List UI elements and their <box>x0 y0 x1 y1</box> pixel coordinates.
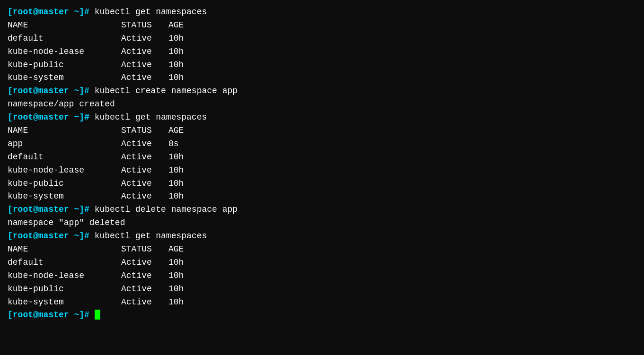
col-header-status: STATUS <box>121 19 168 32</box>
terminal-line: kube-publicActive10h <box>8 177 636 190</box>
terminal-line: kube-publicActive10h <box>8 283 636 296</box>
row-name: kube-public <box>8 59 121 72</box>
command-text: kubectl create namespace app <box>89 86 238 95</box>
output-text: namespace/app created <box>8 99 115 109</box>
row-age: 10h <box>168 71 184 85</box>
row-name: kube-public <box>8 283 121 296</box>
col-header-name: NAME <box>8 124 121 138</box>
row-status: Active <box>121 32 168 45</box>
col-header-age: AGE <box>168 124 184 138</box>
terminal-line: kube-node-leaseActive10h <box>8 45 636 59</box>
row-status: Active <box>121 59 168 72</box>
prompt-text: [root@master ~]# <box>8 86 89 95</box>
command-text: kubectl delete namespace app <box>89 205 238 214</box>
row-age: 10h <box>168 190 184 203</box>
row-status: Active <box>121 138 168 151</box>
terminal-line: [root@master ~]# kubectl create namespac… <box>8 85 636 98</box>
row-age: 10h <box>168 296 184 309</box>
terminal-line: namespace "app" deleted <box>8 216 636 230</box>
row-name: default <box>8 151 121 164</box>
row-name: app <box>8 138 121 151</box>
prompt-text: [root@master ~]# <box>8 7 89 17</box>
terminal-line: [root@master ~]# kubectl delete namespac… <box>8 203 636 216</box>
terminal-line: NAMESTATUSAGE <box>8 124 636 138</box>
row-name: kube-node-lease <box>8 164 121 177</box>
row-age: 10h <box>168 45 184 59</box>
row-age: 10h <box>168 32 184 45</box>
col-header-name: NAME <box>8 243 121 256</box>
terminal-line: NAMESTATUSAGE <box>8 19 636 32</box>
row-status: Active <box>121 71 168 85</box>
terminal-line: kube-publicActive10h <box>8 59 636 72</box>
col-header-name: NAME <box>8 19 121 32</box>
row-status: Active <box>121 269 168 283</box>
command-text: kubectl get namespaces <box>89 113 207 122</box>
row-status: Active <box>121 296 168 309</box>
row-name: kube-system <box>8 296 121 309</box>
row-status: Active <box>121 256 168 269</box>
row-age: 10h <box>168 164 184 177</box>
row-age: 8s <box>168 138 179 151</box>
terminal-line: defaultActive10h <box>8 32 636 45</box>
row-age: 10h <box>168 151 184 164</box>
prompt-text: [root@master ~]# <box>8 205 89 214</box>
row-status: Active <box>121 177 168 190</box>
terminal-line: namespace/app created <box>8 98 636 111</box>
terminal-line: NAMESTATUSAGE <box>8 243 636 256</box>
terminal-line: appActive8s <box>8 138 636 151</box>
command-text: kubectl get namespaces <box>89 7 207 17</box>
row-name: kube-system <box>8 190 121 203</box>
row-name: kube-system <box>8 71 121 85</box>
terminal-line: [root@master ~]# <box>8 309 636 322</box>
row-status: Active <box>121 190 168 203</box>
terminal-window: [root@master ~]# kubectl get namespacesN… <box>0 0 644 355</box>
command-text <box>89 310 95 320</box>
row-name: default <box>8 32 121 45</box>
row-age: 10h <box>168 269 184 283</box>
terminal-line: kube-node-leaseActive10h <box>8 164 636 177</box>
row-status: Active <box>121 45 168 59</box>
terminal-line: kube-systemActive10h <box>8 296 636 309</box>
row-age: 10h <box>168 256 184 269</box>
cursor-blink <box>95 310 100 320</box>
col-header-status: STATUS <box>121 243 168 256</box>
terminal-line: defaultActive10h <box>8 256 636 269</box>
command-text: kubectl get namespaces <box>89 231 207 241</box>
row-status: Active <box>121 283 168 296</box>
prompt-text: [root@master ~]# <box>8 231 89 241</box>
col-header-status: STATUS <box>121 124 168 138</box>
prompt-text: [root@master ~]# <box>8 113 89 122</box>
terminal-line: [root@master ~]# kubectl get namespaces <box>8 6 636 19</box>
row-name: default <box>8 256 121 269</box>
output-text: namespace "app" deleted <box>8 218 125 227</box>
col-header-age: AGE <box>168 243 184 256</box>
terminal-line: kube-node-leaseActive10h <box>8 269 636 283</box>
terminal-line: [root@master ~]# kubectl get namespaces <box>8 230 636 243</box>
row-name: kube-node-lease <box>8 269 121 283</box>
row-age: 10h <box>168 59 184 72</box>
col-header-age: AGE <box>168 19 184 32</box>
terminal-line: kube-systemActive10h <box>8 71 636 85</box>
prompt-text: [root@master ~]# <box>8 310 89 320</box>
row-status: Active <box>121 164 168 177</box>
terminal-line: kube-systemActive10h <box>8 190 636 203</box>
row-age: 10h <box>168 177 184 190</box>
terminal-line: defaultActive10h <box>8 151 636 164</box>
terminal-line: [root@master ~]# kubectl get namespaces <box>8 111 636 124</box>
row-name: kube-node-lease <box>8 45 121 59</box>
row-name: kube-public <box>8 177 121 190</box>
row-age: 10h <box>168 283 184 296</box>
row-status: Active <box>121 151 168 164</box>
